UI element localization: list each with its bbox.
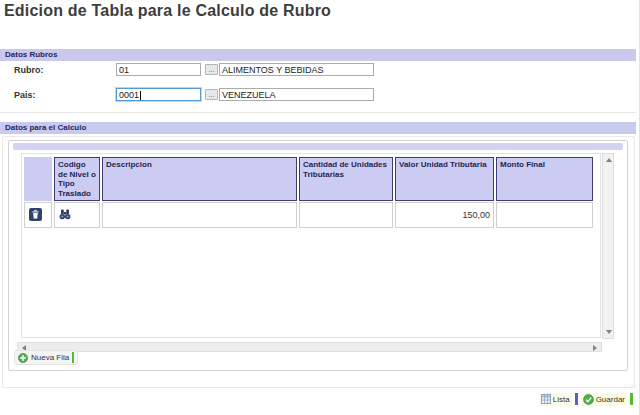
delete-row-button[interactable] xyxy=(28,208,42,222)
calculo-panel: Codigo de Nivel o Tipo Traslado Descripc… xyxy=(8,140,628,371)
pais-lookup-button[interactable]: ... xyxy=(205,89,218,100)
text-caret xyxy=(140,91,141,100)
scroll-up-icon[interactable] xyxy=(606,158,612,162)
rubro-lookup-button[interactable]: ... xyxy=(205,64,218,75)
check-circle-icon xyxy=(583,394,594,405)
ellipsis-icon: ... xyxy=(209,91,215,98)
guardar-label: Guardar xyxy=(596,395,625,404)
row-descripcion-cell xyxy=(102,202,297,228)
section-header-datos-calculo: Datos para el Calculo xyxy=(0,122,636,134)
pais-name-input[interactable]: VENEZUELA xyxy=(219,88,374,101)
column-header-actions xyxy=(24,157,52,201)
column-header-valor: Valor Unidad Tributaria xyxy=(395,157,494,201)
input-value: 01 xyxy=(119,65,129,75)
horizontal-scrollbar[interactable] xyxy=(17,342,602,352)
footer-actions: Lista Guardar xyxy=(0,392,633,406)
grid-viewport: Codigo de Nivel o Tipo Traslado Descripc… xyxy=(21,153,601,338)
input-value: VENEZUELA xyxy=(222,90,276,100)
scroll-right-icon[interactable] xyxy=(593,345,597,351)
column-header-descripcion: Descripcion xyxy=(102,157,297,201)
input-value: 0001 xyxy=(119,90,139,100)
row-cantidad-cell xyxy=(299,202,393,228)
plus-circle-icon xyxy=(18,353,28,363)
nueva-fila-button[interactable]: Nueva Fila xyxy=(14,350,78,365)
panel-top-strip xyxy=(13,143,623,150)
lista-label: Lista xyxy=(553,395,570,404)
form-divider xyxy=(0,112,636,113)
scroll-down-icon[interactable] xyxy=(606,330,612,334)
lookup-codigo-button[interactable] xyxy=(58,208,72,222)
rubro-code-input[interactable]: 01 xyxy=(116,63,201,76)
lista-accent-bar xyxy=(575,393,578,405)
pais-label: Pais: xyxy=(14,90,36,100)
row-valor-cell: 150,00 xyxy=(395,202,494,228)
row-actions-cell xyxy=(24,202,52,228)
rubro-name-input[interactable]: ALIMENTOS Y BEBIDAS xyxy=(219,63,374,76)
ellipsis-icon: ... xyxy=(209,66,215,73)
row-monto-cell xyxy=(496,202,593,228)
column-header-codigo: Codigo de Nivel o Tipo Traslado xyxy=(54,157,100,201)
section-header-datos-rubros: Datos Rubros xyxy=(0,49,636,61)
guardar-button[interactable]: Guardar xyxy=(581,393,627,406)
page-title: Edicion de Tabla para le Calculo de Rubr… xyxy=(4,2,331,20)
pais-code-input[interactable]: 0001 xyxy=(116,88,201,101)
table-header-row: Codigo de Nivel o Tipo Traslado Descripc… xyxy=(24,157,593,201)
vertical-scrollbar[interactable] xyxy=(602,153,614,339)
column-header-monto: Monto Final xyxy=(496,157,593,201)
table-row: 150,00 xyxy=(24,202,593,228)
section-header-label: Datos para el Calculo xyxy=(5,123,86,132)
binoculars-icon xyxy=(59,209,71,220)
guardar-accent-bar xyxy=(630,393,633,405)
column-header-cantidad: Cantidad de Unidades Tributarias xyxy=(299,157,393,201)
rubro-label: Rubro: xyxy=(14,65,44,75)
row-codigo-cell xyxy=(54,202,100,228)
nueva-fila-label: Nueva Fila xyxy=(31,353,69,362)
table-grid-icon xyxy=(541,394,551,404)
section-header-label: Datos Rubros xyxy=(5,50,57,59)
page: Edicion de Tabla para le Calculo de Rubr… xyxy=(0,0,640,415)
input-value: ALIMENTOS Y BEBIDAS xyxy=(222,65,324,75)
calculo-table: Codigo de Nivel o Tipo Traslado Descripc… xyxy=(22,156,595,229)
green-bar xyxy=(72,352,74,363)
lista-button[interactable]: Lista xyxy=(539,393,572,406)
trash-icon xyxy=(29,208,42,221)
